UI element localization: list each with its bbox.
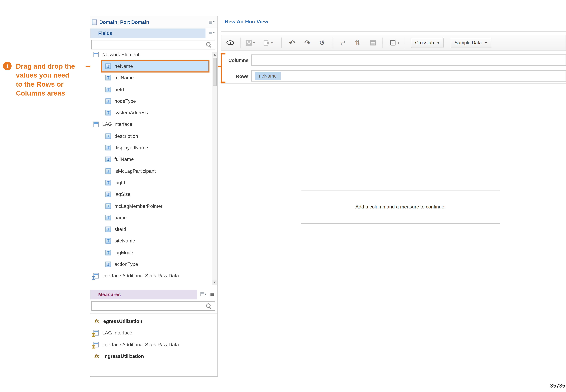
switch-axes-button[interactable]: ⇄ bbox=[340, 40, 345, 46]
field-label: isMcLagParticipant bbox=[114, 168, 156, 174]
checkbox-icon: ✓ bbox=[390, 40, 395, 45]
columns-dropzone[interactable] bbox=[251, 55, 566, 66]
field-type-icon bbox=[105, 215, 111, 220]
measure-item-egress-utilization[interactable]: fx egressUtilization bbox=[90, 315, 215, 327]
page-options-button[interactable] bbox=[370, 40, 376, 45]
field-label: actionType bbox=[114, 262, 138, 267]
field-item-site-id[interactable]: siteId bbox=[90, 224, 212, 235]
undo-button[interactable]: ↶ bbox=[289, 39, 295, 46]
undo-icon: ↶ bbox=[289, 39, 295, 46]
field-item-system-address[interactable]: systemAddress bbox=[90, 107, 212, 119]
menu-sheet-icon bbox=[200, 292, 204, 296]
field-type-icon bbox=[105, 87, 111, 92]
crosstab-select[interactable]: Crosstab ▼ bbox=[411, 38, 443, 48]
annotation-line: to the Rows or bbox=[16, 80, 75, 89]
field-item-is-mc-lag-participant[interactable]: isMcLagParticipant bbox=[90, 165, 212, 177]
field-item-displayed-name[interactable]: displayedName bbox=[90, 142, 212, 154]
measures-search-input[interactable] bbox=[93, 302, 203, 310]
measures-title: Measures bbox=[98, 292, 121, 297]
field-item-ne-name[interactable]: neName bbox=[90, 60, 212, 72]
save-button[interactable]: ▾ bbox=[246, 40, 255, 46]
domain-icon bbox=[92, 19, 97, 25]
field-type-icon bbox=[105, 180, 111, 185]
search-icon[interactable] bbox=[206, 42, 212, 48]
field-item-node-type[interactable]: nodeType bbox=[90, 95, 212, 107]
annotation-line: Drag and drop the bbox=[16, 62, 75, 71]
tree-table-plus-icon bbox=[93, 330, 99, 336]
bracket-top-tick bbox=[221, 53, 225, 55]
field-item-site-name[interactable]: siteName bbox=[90, 235, 212, 247]
field-item-lag-size[interactable]: lagSize bbox=[90, 188, 212, 200]
measure-item-ingress-utilization[interactable]: fx ingressUtilization bbox=[90, 350, 215, 362]
field-item-lag-mode[interactable]: lagMode bbox=[90, 247, 212, 258]
field-type-icon bbox=[105, 168, 111, 174]
field-label: name bbox=[114, 215, 127, 220]
tree-group-lag-interface[interactable]: LAG Interface bbox=[90, 119, 212, 130]
domain-header: Domain: Port Domain ▾ bbox=[90, 16, 217, 28]
field-item-name[interactable]: name bbox=[90, 212, 212, 224]
field-item-ne-id[interactable]: neId bbox=[90, 84, 212, 95]
sample-data-select[interactable]: Sample Data ▼ bbox=[451, 38, 491, 48]
group-label: LAG Interface bbox=[102, 122, 132, 127]
fields-search bbox=[91, 40, 215, 49]
search-icon[interactable] bbox=[206, 303, 212, 309]
field-item-full-name-2[interactable]: fullName bbox=[90, 154, 212, 165]
canvas-message: Add a column and a measure to continue. bbox=[356, 204, 446, 210]
fields-menu-icon[interactable]: ▾ bbox=[209, 31, 215, 35]
field-label: siteName bbox=[114, 238, 135, 244]
domain-menu-icon[interactable]: ▾ bbox=[209, 20, 215, 24]
rows-dropzone[interactable]: neName bbox=[251, 70, 566, 82]
tree-table-icon bbox=[93, 122, 99, 127]
toolbar-separator bbox=[281, 37, 282, 48]
export-button[interactable]: ▾ bbox=[264, 40, 273, 46]
measure-label: egressUtilization bbox=[103, 319, 142, 324]
field-type-icon bbox=[105, 145, 111, 151]
tree-group-interface-additional-stats[interactable]: Interface Additional Stats Raw Data bbox=[90, 270, 212, 282]
field-type-icon bbox=[105, 157, 111, 162]
save-icon bbox=[246, 40, 252, 46]
measures-divider bbox=[90, 314, 217, 314]
field-label: siteId bbox=[114, 227, 126, 232]
bracket-bottom-tick bbox=[221, 82, 225, 83]
field-type-icon bbox=[105, 227, 111, 232]
stage: 1 Drag and drop the values you need to t… bbox=[0, 0, 566, 392]
sort-button[interactable]: ⇅ bbox=[355, 40, 360, 46]
field-label: neId bbox=[114, 87, 124, 92]
field-item-mc-lag-member-pointer[interactable]: mcLagMemberPointer bbox=[90, 200, 212, 212]
field-item-lag-id[interactable]: lagId bbox=[90, 177, 212, 189]
data-source-panel: Domain: Port Domain ▾ Fields ▾ Networ bbox=[90, 16, 218, 377]
group-label: LAG Interface bbox=[102, 330, 132, 336]
field-type-icon bbox=[105, 192, 111, 197]
fields-search-input[interactable] bbox=[93, 41, 203, 49]
rows-chip-nename[interactable]: neName bbox=[255, 72, 281, 80]
scroll-down-button[interactable]: ▼ bbox=[212, 280, 217, 285]
undo-all-button[interactable]: ↺ bbox=[319, 40, 325, 46]
group-label: Network Element bbox=[102, 52, 139, 57]
field-item-action-type[interactable]: actionType bbox=[90, 258, 212, 270]
measures-menu-icon[interactable]: ▾ bbox=[200, 292, 206, 296]
field-item-full-name[interactable]: fullName bbox=[90, 72, 212, 84]
field-label: fullName bbox=[114, 75, 134, 81]
toolbar-separator bbox=[382, 37, 383, 48]
fields-scrollbar[interactable]: ▲ ▼ bbox=[212, 52, 217, 285]
list-menu-icon[interactable]: ≡ bbox=[210, 292, 214, 297]
scroll-up-button[interactable]: ▲ bbox=[212, 52, 217, 57]
tree-group-network-element[interactable]: Network Element bbox=[90, 52, 212, 60]
preview-button[interactable] bbox=[226, 41, 234, 45]
fx-measure-icon: fx bbox=[93, 319, 100, 324]
tree-group-interface-additional-stats-measures[interactable]: Interface Additional Stats Raw Data bbox=[90, 339, 215, 350]
field-type-icon bbox=[105, 98, 111, 104]
page-title: New Ad Hoc View bbox=[225, 19, 268, 25]
switch-axes-icon: ⇄ bbox=[340, 40, 345, 46]
scroll-thumb[interactable] bbox=[213, 58, 217, 86]
measures-search bbox=[91, 301, 215, 311]
menu-sheet-icon bbox=[209, 20, 212, 24]
input-controls-button[interactable]: ✓ ▾ bbox=[390, 40, 399, 45]
chevron-down-icon: ▾ bbox=[398, 41, 399, 44]
field-label: neName bbox=[114, 64, 133, 69]
fx-measure-icon: fx bbox=[93, 354, 100, 359]
redo-button[interactable]: ↷ bbox=[304, 39, 310, 46]
redo-icon: ↷ bbox=[304, 39, 310, 46]
field-item-description[interactable]: description bbox=[90, 130, 212, 142]
tree-group-lag-interface-measures[interactable]: LAG Interface bbox=[90, 327, 215, 339]
